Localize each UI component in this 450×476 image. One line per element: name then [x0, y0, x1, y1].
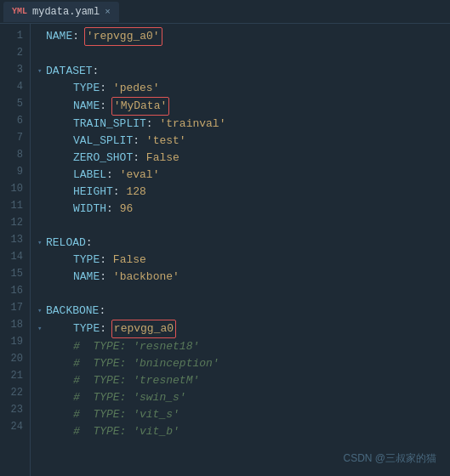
- fold-spacer: [37, 80, 46, 97]
- comment-value: 'swin_s': [133, 389, 185, 406]
- code-line: ▾RELOAD:: [37, 235, 450, 252]
- comment-text: # TYPE:: [73, 423, 133, 440]
- line-number: 12: [3, 214, 23, 231]
- token: False: [146, 150, 179, 167]
- fold-spacer: [37, 116, 46, 133]
- fold-icon[interactable]: ▾: [37, 235, 46, 252]
- close-button[interactable]: ×: [105, 7, 111, 17]
- comment-value: 'bninception': [133, 355, 219, 372]
- line-number: 17: [3, 299, 23, 316]
- code-line: # TYPE: 'bninception': [37, 355, 450, 372]
- line-number: 24: [3, 418, 23, 435]
- code-line: # TYPE: 'vit_b': [37, 423, 450, 440]
- fold-spacer: [37, 167, 46, 184]
- code-line: TYPE: 'pedes': [37, 80, 450, 97]
- line-number: 4: [3, 78, 23, 95]
- code-line: ZERO_SHOT: False: [37, 150, 450, 167]
- line-number: 15: [3, 265, 23, 282]
- token: NAME: [46, 28, 72, 45]
- code-line: # TYPE: 'vit_s': [37, 406, 450, 423]
- watermark: CSDN @三叔家的猫: [343, 451, 436, 466]
- line-number: 1: [3, 27, 23, 44]
- line-number: 11: [3, 197, 23, 214]
- code-line: # TYPE: 'resnet18': [37, 338, 450, 355]
- token: :: [100, 269, 113, 286]
- tab-bar: YML mydata.yaml ×: [0, 0, 450, 24]
- token: ZERO_SHOT: [73, 150, 133, 167]
- code-area[interactable]: NAME: 'repvgg_a0' ▾DATASET: TYPE: 'pedes…: [31, 24, 450, 476]
- line-number: 21: [3, 367, 23, 384]
- fold-spacer: [37, 423, 46, 440]
- yaml-icon: YML: [12, 7, 27, 16]
- highlighted-value: 'MyData': [111, 97, 169, 116]
- line-number: 10: [3, 180, 23, 197]
- line-number: 7: [3, 129, 23, 146]
- line-number: 20: [3, 350, 23, 367]
- token: :: [113, 184, 127, 201]
- token: NAME: [73, 98, 100, 115]
- code-line: NAME: 'MyData': [37, 97, 450, 116]
- comment-text: # TYPE:: [73, 406, 133, 423]
- token: VAL_SPLIT: [73, 133, 133, 150]
- file-tab[interactable]: YML mydata.yaml ×: [3, 2, 119, 22]
- fold-icon[interactable]: ▾: [37, 303, 46, 320]
- token: :: [133, 133, 146, 150]
- token: DATASET: [46, 63, 93, 80]
- code-line: WIDTH: 96: [37, 201, 450, 218]
- highlighted-value: repvgg_a0: [111, 320, 176, 338]
- line-number: 18: [3, 316, 23, 333]
- line-number: 19: [3, 333, 23, 350]
- token: NAME: [73, 269, 100, 286]
- token: TYPE: [73, 80, 100, 97]
- fold-spacer: [37, 355, 46, 372]
- comment-text: # TYPE:: [73, 389, 133, 406]
- fold-spacer: [37, 269, 46, 286]
- fold-spacer: [37, 184, 46, 201]
- token: 'backbone': [113, 269, 179, 286]
- fold-spacer: [37, 133, 46, 150]
- line-number: 16: [3, 282, 23, 299]
- token: 'pedes': [113, 80, 160, 97]
- code-line: [37, 46, 450, 63]
- token: WIDTH: [73, 201, 106, 218]
- fold-spacer: [37, 150, 46, 167]
- token: :: [86, 235, 93, 252]
- token: repvgg_a0: [114, 322, 174, 335]
- token: 'trainval': [159, 116, 225, 133]
- line-number: 8: [3, 146, 23, 163]
- token: HEIGHT: [73, 184, 113, 201]
- comment-text: # TYPE:: [73, 355, 133, 372]
- token: :: [106, 167, 120, 184]
- line-numbers: 123456789101112131415161718192021222324: [0, 24, 31, 476]
- fold-spacer: [37, 389, 46, 406]
- code-line: LABEL: 'eval': [37, 167, 450, 184]
- code-line: NAME: 'repvgg_a0': [37, 27, 450, 46]
- line-number: 9: [3, 163, 23, 180]
- code-line: ▾TYPE: repvgg_a0: [37, 320, 450, 338]
- fold-spacer: [37, 338, 46, 355]
- fold-icon[interactable]: ▾: [37, 320, 46, 337]
- fold-spacer: [37, 372, 46, 389]
- highlighted-value: 'repvgg_a0': [84, 27, 162, 46]
- code-line: TYPE: False: [37, 252, 450, 269]
- line-number: 23: [3, 401, 23, 418]
- code-line: ▾BACKBONE:: [37, 303, 450, 320]
- code-line: VAL_SPLIT: 'test': [37, 133, 450, 150]
- token: :: [93, 63, 100, 80]
- code-line: # TYPE: 'tresnetM': [37, 372, 450, 389]
- token: 96: [120, 201, 134, 218]
- fold-spacer: [37, 406, 46, 423]
- token: False: [113, 252, 146, 269]
- token: :: [100, 252, 113, 269]
- editor-container: 123456789101112131415161718192021222324 …: [0, 24, 450, 476]
- comment-value: 'tresnetM': [133, 372, 199, 389]
- token: :: [100, 80, 113, 97]
- token: TYPE: [73, 320, 100, 337]
- token: RELOAD: [46, 235, 86, 252]
- token: 'MyData': [114, 99, 167, 112]
- line-number: 14: [3, 248, 23, 265]
- code-line: TRAIN_SPLIT: 'trainval': [37, 116, 450, 133]
- fold-icon[interactable]: ▾: [37, 63, 46, 80]
- token: :: [146, 116, 160, 133]
- code-line: NAME: 'backbone': [37, 269, 450, 286]
